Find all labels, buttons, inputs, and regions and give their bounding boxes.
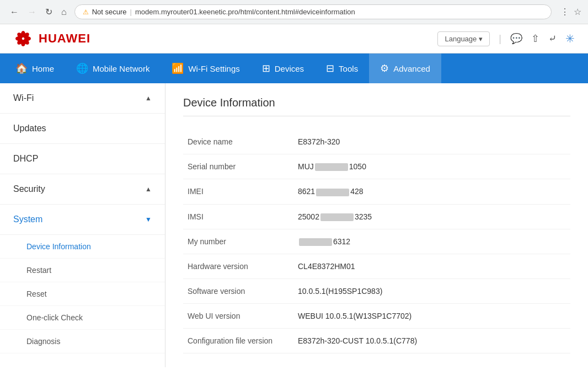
sidebar-wifi-arrow: ▲ <box>145 94 152 102</box>
content-area: Device Information Device name E8372h-32… <box>165 83 588 367</box>
tools-icon: ⊟ <box>326 62 334 74</box>
header-right: Language ▾ | 💬 ⇧ ⤶ ✳ <box>437 31 575 46</box>
nav-mobile-network-label: Mobile Network <box>93 64 149 73</box>
table-row: Software version 10.0.5.1(H195SP1C983) <box>183 279 570 304</box>
sidebar-item-security[interactable]: Security ▲ <box>0 174 165 205</box>
field-value-webui-version: WEBUI 10.0.5.1(W13SP1C7702) <box>293 304 570 329</box>
sidebar-item-system[interactable]: System ▼ <box>0 205 165 235</box>
main-layout: Wi-Fi ▲ Updates DHCP Security ▲ System ▼… <box>0 83 588 367</box>
sidebar-sub-one-click-check[interactable]: One-click Check <box>0 306 165 330</box>
sidebar-diagnosis-label: Diagnosis <box>26 337 60 346</box>
sidebar-sub-device-information[interactable]: Device Information <box>0 235 165 259</box>
sidebar-wifi-label: Wi-Fi <box>13 93 34 103</box>
field-value-imsi: 25002 3235 <box>293 204 570 229</box>
security-icon: ⚠ <box>83 8 89 16</box>
page-title: Device Information <box>183 96 570 116</box>
field-label-device-name: Device name <box>183 130 293 154</box>
sidebar-system-label: System <box>13 215 42 224</box>
share-button[interactable]: ⋮ <box>560 7 569 17</box>
browser-nav-buttons: ← → ↻ ⌂ <box>7 4 70 19</box>
nav-mobile-network[interactable]: 🌐 Mobile Network <box>65 53 161 83</box>
loading-icon: ✳ <box>565 32 575 45</box>
nav-wifi-label: Wi-Fi Settings <box>188 64 239 73</box>
browser-bar: ← → ↻ ⌂ ⚠ Not secure | modem.myrouter01.… <box>0 0 588 24</box>
logo-text: HUAWEI <box>39 31 90 46</box>
security-label: Not secure <box>92 8 127 16</box>
field-label-imsi: IMSI <box>183 204 293 229</box>
sidebar-dhcp-label: DHCP <box>13 154 38 164</box>
field-label-hardware-version: Hardware version <box>183 254 293 279</box>
sidebar-device-information-label: Device Information <box>26 242 91 251</box>
sidebar-security-arrow: ▲ <box>145 185 152 193</box>
blurred-my-number <box>299 238 332 246</box>
sidebar-sub-reset[interactable]: Reset <box>0 282 165 306</box>
logo: HUAWEI <box>13 31 90 46</box>
sidebar: Wi-Fi ▲ Updates DHCP Security ▲ System ▼… <box>0 83 165 367</box>
info-table: Device name E8372h-320 Serial number MUJ… <box>183 130 570 353</box>
language-label: Language <box>445 35 477 43</box>
sidebar-sub-restart[interactable]: Restart <box>0 259 165 282</box>
field-label-config-version: Configuration file version <box>183 329 293 353</box>
field-value-imei: 8621 428 <box>293 179 570 204</box>
nav-home-label: Home <box>32 64 54 73</box>
blurred-imei <box>316 189 349 196</box>
field-label-software-version: Software version <box>183 279 293 304</box>
table-row: My number 6312 <box>183 229 570 254</box>
table-row: Serial number MUJ 1050 <box>183 154 570 179</box>
field-label-my-number: My number <box>183 229 293 254</box>
advanced-icon: ⚙ <box>380 62 389 74</box>
devices-icon: ⊞ <box>262 62 270 74</box>
sidebar-reset-label: Reset <box>26 289 47 298</box>
home-button[interactable]: ⌂ <box>58 4 70 19</box>
wifi-icon: 📶 <box>172 62 184 74</box>
nav-advanced[interactable]: ⚙ Advanced <box>369 53 441 83</box>
chevron-down-icon: ▾ <box>479 35 483 43</box>
sidebar-one-click-check-label: One-click Check <box>26 313 83 322</box>
table-row: IMSI 25002 3235 <box>183 204 570 229</box>
sidebar-item-wifi[interactable]: Wi-Fi ▲ <box>0 83 165 114</box>
logout-button[interactable]: ⤶ <box>548 33 557 45</box>
reload-button[interactable]: ↻ <box>42 4 56 19</box>
nav-home[interactable]: 🏠 Home <box>4 53 65 83</box>
app-header: HUAWEI Language ▾ | 💬 ⇧ ⤶ ✳ <box>0 24 588 53</box>
nav-advanced-label: Advanced <box>393 64 430 73</box>
nav-tools[interactable]: ⊟ Tools <box>315 53 369 83</box>
nav-devices-label: Devices <box>275 64 304 73</box>
sidebar-restart-label: Restart <box>26 266 51 275</box>
field-label-webui-version: Web UI version <box>183 304 293 329</box>
field-value-software-version: 10.0.5.1(H195SP1C983) <box>293 279 570 304</box>
blurred-serial <box>315 163 348 171</box>
field-value-hardware-version: CL4E8372HM01 <box>293 254 570 279</box>
nav-wifi-settings[interactable]: 📶 Wi-Fi Settings <box>161 53 250 83</box>
nav-menu: 🏠 Home 🌐 Mobile Network 📶 Wi-Fi Settings… <box>0 53 588 83</box>
field-value-serial-number: MUJ 1050 <box>293 154 570 179</box>
table-row: Web UI version WEBUI 10.0.5.1(W13SP1C770… <box>183 304 570 329</box>
nav-tools-label: Tools <box>339 64 358 73</box>
sidebar-item-dhcp[interactable]: DHCP <box>0 144 165 174</box>
browser-actions: ⋮ ☆ <box>560 7 581 17</box>
sidebar-item-updates[interactable]: Updates <box>0 114 165 144</box>
bookmark-button[interactable]: ☆ <box>574 7 581 17</box>
nav-devices[interactable]: ⊞ Devices <box>251 53 315 83</box>
home-icon: 🏠 <box>15 62 28 74</box>
table-row: IMEI 8621 428 <box>183 179 570 204</box>
url-text: modem.myrouter01.keenetic.pro/html/conte… <box>135 8 355 16</box>
sidebar-security-label: Security <box>13 184 45 194</box>
sidebar-updates-label: Updates <box>13 124 46 133</box>
table-row: Hardware version CL4E8372HM01 <box>183 254 570 279</box>
table-row: Configuration file version E8372h-320-CU… <box>183 329 570 353</box>
language-button[interactable]: Language ▾ <box>437 31 490 46</box>
sidebar-system-arrow: ▼ <box>145 216 152 223</box>
field-value-config-version: E8372h-320-CUST 10.0.5.1(C778) <box>293 329 570 353</box>
sidebar-sub-diagnosis[interactable]: Diagnosis <box>0 330 165 353</box>
field-label-serial-number: Serial number <box>183 154 293 179</box>
back-button[interactable]: ← <box>7 4 22 19</box>
table-row: Device name E8372h-320 <box>183 130 570 154</box>
upload-button[interactable]: ⇧ <box>531 33 539 45</box>
forward-button[interactable]: → <box>24 4 40 19</box>
blurred-imsi <box>320 213 354 221</box>
field-label-imei: IMEI <box>183 179 293 204</box>
message-button[interactable]: 💬 <box>510 33 522 45</box>
url-bar[interactable]: ⚠ Not secure | modem.myrouter01.keenetic… <box>74 4 552 19</box>
field-value-device-name: E8372h-320 <box>293 130 570 154</box>
